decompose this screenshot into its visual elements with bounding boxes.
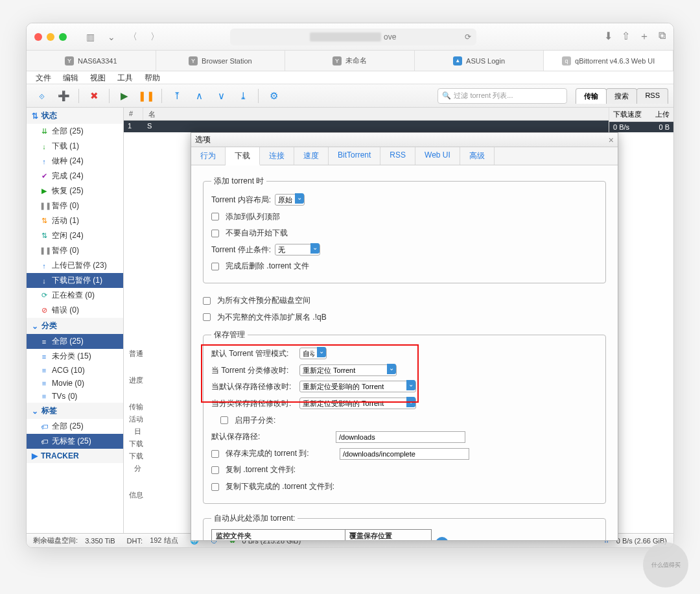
checkbox-copy-finished[interactable] bbox=[211, 483, 219, 491]
menu-tools[interactable]: 工具 bbox=[112, 71, 138, 84]
menu-view[interactable]: 视图 bbox=[85, 71, 111, 84]
sidebar-tag-all[interactable]: 🏷全部 (25) bbox=[27, 419, 123, 434]
sidebar-tag-header[interactable]: ⌄标签 bbox=[27, 403, 123, 419]
torrent-row[interactable]: 1 S bbox=[124, 121, 673, 132]
input-incomplete-save[interactable] bbox=[340, 448, 469, 460]
dlg-tab-speed[interactable]: 速度 bbox=[294, 147, 329, 165]
col-upspeed[interactable]: 上传 bbox=[655, 110, 670, 119]
pause-icon[interactable]: ❚❚ bbox=[137, 88, 156, 104]
select-default-path-change[interactable]: 重新定位受影响的 Torrent bbox=[299, 381, 416, 392]
resume-icon[interactable]: ▶ bbox=[115, 88, 134, 104]
share-icon[interactable]: ⇧ bbox=[622, 30, 630, 43]
lower-tab-active[interactable]: 活动 bbox=[124, 413, 148, 425]
sidebar-cat-acg[interactable]: ≡ACG (10) bbox=[27, 364, 123, 377]
checkbox-subcat[interactable] bbox=[220, 416, 228, 424]
minimize-window-icon[interactable] bbox=[47, 33, 54, 41]
select-default-mode[interactable]: 自动 bbox=[299, 348, 327, 359]
sidebar-toggle-icon[interactable]: ▥ bbox=[82, 30, 99, 43]
col-num[interactable]: # bbox=[124, 108, 143, 120]
sidebar-status-stalled-up[interactable]: ↑上传已暂停 (23) bbox=[27, 258, 123, 273]
input-default-save[interactable] bbox=[336, 431, 465, 443]
sidebar-status-active[interactable]: ⇅活动 (1) bbox=[27, 213, 123, 228]
sidebar-status-completed[interactable]: ✔完成 (24) bbox=[27, 169, 123, 184]
sidebar-cat-movie[interactable]: ≡Movie (0) bbox=[27, 377, 123, 390]
sidebar-status-all[interactable]: ⇊全部 (25) bbox=[27, 124, 123, 139]
move-up-icon[interactable]: ∧ bbox=[189, 88, 209, 104]
add-watch-folder-button[interactable]: + bbox=[436, 537, 449, 541]
dlg-tab-webui[interactable]: Web UI bbox=[415, 147, 460, 165]
lower-tab-general[interactable]: 普通 bbox=[124, 348, 148, 360]
dlg-tab-connection[interactable]: 连接 bbox=[260, 147, 294, 165]
tab-search[interactable]: 搜索 bbox=[606, 88, 637, 104]
sidebar-status-paused[interactable]: ❚❚暂停 (0) bbox=[27, 198, 123, 213]
lower-tab-day[interactable]: 日 bbox=[124, 425, 148, 438]
close-window-icon[interactable] bbox=[34, 33, 42, 41]
tab-qbittorrent[interactable]: qqBittorrent v4.6.3 Web UI bbox=[544, 51, 673, 71]
sidebar-status-stalled-down[interactable]: ↓下载已暂停 (1) bbox=[27, 273, 123, 288]
dropdown-icon[interactable]: ⌄ bbox=[104, 30, 119, 43]
move-top-icon[interactable]: ⤒ bbox=[167, 88, 187, 104]
dialog-close-icon[interactable]: × bbox=[609, 135, 614, 145]
lower-tab-dl2[interactable]: 下载 bbox=[124, 450, 148, 462]
dlg-tab-rss[interactable]: RSS bbox=[380, 147, 415, 165]
menu-help[interactable]: 帮助 bbox=[139, 71, 165, 84]
sidebar-cat-tvs[interactable]: ≡TVs (0) bbox=[27, 390, 123, 403]
select-stop-cond[interactable]: 无 bbox=[275, 244, 320, 255]
sidebar-status-inactive[interactable]: ⇅空闲 (24) bbox=[27, 228, 123, 243]
checkbox-incomplete-ext[interactable] bbox=[203, 313, 211, 321]
lower-tab-transfer[interactable]: 传输 bbox=[124, 401, 148, 413]
reload-icon[interactable]: ⟳ bbox=[465, 32, 471, 42]
dlg-tab-downloads[interactable]: 下载 bbox=[226, 147, 260, 165]
settings-icon[interactable]: ⚙ bbox=[264, 88, 283, 104]
checkbox-add-top[interactable] bbox=[211, 213, 219, 220]
tabs-overview-icon[interactable]: ⧉ bbox=[659, 30, 666, 43]
sidebar-status-errored[interactable]: ⊘错误 (0) bbox=[27, 303, 123, 318]
sidebar-tag-none[interactable]: 🏷无标签 (25) bbox=[27, 434, 123, 449]
sidebar-cat-uncategorized[interactable]: ≡未分类 (15) bbox=[27, 349, 123, 364]
col-name[interactable]: 名 bbox=[143, 108, 673, 120]
tab-unnamed[interactable]: Y未命名 bbox=[285, 51, 415, 71]
sidebar-status-checking[interactable]: ⟳正在检查 (0) bbox=[27, 288, 123, 303]
select-cat-path-change[interactable]: 重新定位受影响的 Torrent bbox=[299, 398, 416, 409]
sidebar-tracker-header[interactable]: ▶TRACKER bbox=[27, 449, 123, 463]
tab-rss[interactable]: RSS bbox=[636, 88, 668, 104]
col-dlspeed[interactable]: 下载速度 bbox=[613, 110, 642, 119]
checkbox-copy-torrent[interactable] bbox=[211, 466, 219, 474]
add-torrent-icon[interactable]: ➕ bbox=[54, 88, 73, 104]
lower-tab-split[interactable]: 分 bbox=[124, 462, 148, 475]
forward-icon[interactable]: 〉 bbox=[146, 30, 163, 44]
sidebar-status-downloading[interactable]: ↓下载 (1) bbox=[27, 139, 123, 154]
dlg-tab-advanced[interactable]: 高级 bbox=[460, 147, 495, 165]
lower-tab-info[interactable]: 信息 bbox=[124, 489, 148, 501]
delete-icon[interactable]: ✖ bbox=[84, 88, 104, 104]
dlg-tab-bittorrent[interactable]: BitTorrent bbox=[329, 147, 380, 165]
checkbox-prealloc[interactable] bbox=[203, 297, 211, 305]
menu-edit[interactable]: 编辑 bbox=[58, 71, 84, 84]
sidebar-status-seeding[interactable]: ↑做种 (24) bbox=[27, 154, 123, 169]
move-down-icon[interactable]: ∨ bbox=[211, 88, 231, 104]
select-content-layout[interactable]: 原始 bbox=[275, 194, 305, 206]
back-icon[interactable]: 〈 bbox=[124, 30, 141, 44]
url-bar[interactable]: ove ⟳ bbox=[230, 29, 476, 45]
move-bottom-icon[interactable]: ⤓ bbox=[233, 88, 253, 104]
checkbox-incomplete-save[interactable] bbox=[211, 450, 219, 458]
sidebar-status-resumed[interactable]: ▶恢复 (25) bbox=[27, 184, 123, 198]
sidebar-category-header[interactable]: ⌄分类 bbox=[27, 318, 123, 334]
dlg-tab-behavior[interactable]: 行为 bbox=[191, 147, 226, 165]
zoom-window-icon[interactable] bbox=[59, 33, 67, 41]
tab-nas[interactable]: YNAS6A3341 bbox=[27, 51, 156, 71]
tab-browser-station[interactable]: YBrowser Station bbox=[156, 51, 286, 71]
tab-transfers[interactable]: 传输 bbox=[576, 88, 607, 104]
lower-tab-progress[interactable]: 进度 bbox=[124, 374, 148, 386]
filter-input[interactable]: 🔍 过滤 torrent 列表... bbox=[438, 88, 567, 104]
checkbox-no-autostart[interactable] bbox=[211, 230, 219, 237]
dialog-titlebar[interactable]: 选项 × bbox=[191, 133, 618, 147]
add-link-icon[interactable]: ⟐ bbox=[32, 88, 51, 104]
tab-asus[interactable]: ▲ASUS Login bbox=[415, 51, 544, 71]
sidebar-cat-all[interactable]: ≡全部 (25) bbox=[27, 334, 123, 349]
select-cat-change[interactable]: 重新定位 Torrent bbox=[299, 364, 397, 376]
lower-tab-dl1[interactable]: 下载 bbox=[124, 438, 148, 450]
sidebar-status-header[interactable]: ⇅状态 bbox=[27, 108, 123, 124]
menu-file[interactable]: 文件 bbox=[30, 71, 56, 84]
new-tab-icon[interactable]: ＋ bbox=[639, 30, 649, 43]
